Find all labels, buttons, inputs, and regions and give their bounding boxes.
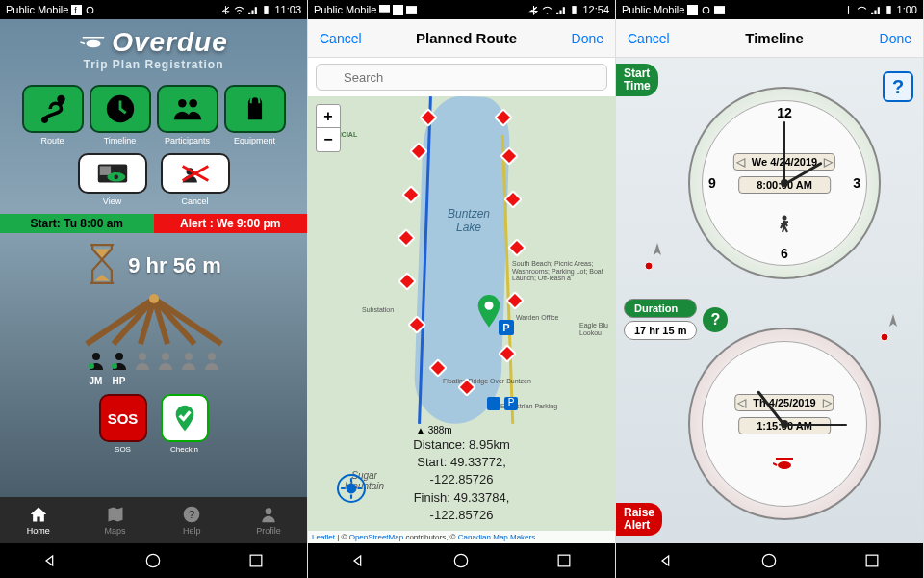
svg-point-44 xyxy=(346,484,357,494)
route-button[interactable] xyxy=(22,85,84,133)
svg-point-39 xyxy=(547,12,549,13)
clock-num: 3 xyxy=(853,175,860,191)
home-key[interactable] xyxy=(143,551,163,570)
poi-text: Warden Office xyxy=(516,314,558,322)
duration-help-button[interactable]: ? xyxy=(703,307,728,332)
recent-key[interactable] xyxy=(554,551,574,570)
svg-point-26 xyxy=(112,363,117,369)
waypoint[interactable] xyxy=(398,272,417,291)
sos-label: SOS xyxy=(115,445,131,454)
waypoint[interactable] xyxy=(397,228,416,248)
app-title: Overdue xyxy=(112,27,228,58)
wifi-icon xyxy=(234,5,244,15)
alert-status: Alert : We 9:00 pm xyxy=(154,214,308,233)
app-logo: Overdue Trip Plan Registration xyxy=(79,27,228,71)
waypoint[interactable] xyxy=(507,238,526,257)
header-title: Timeline xyxy=(745,30,804,46)
back-key[interactable] xyxy=(41,551,61,570)
bottom-nav: Home Maps ?Help Profile xyxy=(0,497,307,543)
zoom-out-button[interactable]: − xyxy=(317,128,340,151)
header-cancel[interactable]: Cancel xyxy=(320,31,362,46)
start-clock[interactable]: 12 3 6 9 ◁We 4/24/2019▷ 8:00:00 AM xyxy=(688,87,881,279)
svg-point-43 xyxy=(485,302,494,310)
poi-text: Floating Bridge Over Buntzen xyxy=(443,378,531,385)
header-done[interactable]: Done xyxy=(572,31,603,46)
soft-keys xyxy=(308,543,615,578)
duration-value[interactable]: 17 hr 15 m xyxy=(624,321,697,340)
start-coords: Start: 49.33772, -122.85726 xyxy=(385,454,539,488)
svg-line-56 xyxy=(773,463,777,465)
back-key[interactable] xyxy=(657,551,677,570)
parking-icon: P xyxy=(504,397,518,410)
home-key[interactable] xyxy=(451,551,471,570)
finish-coords: Finish: 49.33784, -122.85726 xyxy=(385,489,539,524)
map[interactable]: PROVINCIAL PARK Buntzen Lake South Beach… xyxy=(308,96,615,543)
svg-rect-12 xyxy=(99,166,110,175)
timeline-header: Cancel Timeline Done xyxy=(616,19,923,58)
nav-maps[interactable]: Maps xyxy=(77,497,154,543)
svg-point-51 xyxy=(783,216,787,221)
svg-point-9 xyxy=(178,99,187,108)
compass-icon[interactable] xyxy=(877,312,910,349)
helicopter-icon xyxy=(773,454,796,481)
svg-rect-35 xyxy=(250,555,262,566)
helicopter-icon xyxy=(79,34,108,51)
compass-icon[interactable] xyxy=(641,241,674,277)
svg-text:?: ? xyxy=(189,508,195,520)
poi-text: South Beach; Picnic Areas; Washrooms; Pa… xyxy=(512,260,615,282)
status-row: Start: Tu 8:00 am Alert : We 9:00 pm xyxy=(0,214,307,233)
svg-point-2 xyxy=(239,12,241,13)
wifi-icon xyxy=(542,5,552,15)
view-button[interactable] xyxy=(78,153,147,194)
view-label: View xyxy=(103,197,121,206)
help-button[interactable]: ? xyxy=(883,71,913,102)
hourglass-icon xyxy=(86,243,118,289)
route-info: Distance: 8.95km Start: 49.33772, -122.8… xyxy=(385,436,539,524)
screen-route: Public Mobile 12:54 Cancel Planned Route… xyxy=(308,0,616,578)
svg-point-33 xyxy=(266,508,272,514)
nav-profile[interactable]: Profile xyxy=(230,497,307,543)
equipment-button[interactable] xyxy=(224,85,286,133)
header-cancel[interactable]: Cancel xyxy=(628,31,670,46)
nav-help[interactable]: ?Help xyxy=(154,497,231,543)
timeline-button[interactable] xyxy=(90,85,151,133)
svg-point-5 xyxy=(87,40,101,48)
header-title: Planned Route xyxy=(416,30,517,46)
recent-key[interactable] xyxy=(862,551,882,570)
facebook-icon xyxy=(687,5,698,15)
status-bar: Public Mobile 1:00 xyxy=(616,0,923,19)
participants-button[interactable] xyxy=(157,85,218,133)
signal-icon xyxy=(555,5,566,15)
zoom-in-button[interactable]: + xyxy=(317,105,340,128)
distance-label: Distance: 8.95km xyxy=(385,436,539,454)
svg-point-7 xyxy=(40,117,47,123)
location-button[interactable] xyxy=(337,474,366,503)
sync-icon xyxy=(701,5,711,15)
signal-icon xyxy=(247,5,258,15)
svg-rect-47 xyxy=(687,5,698,15)
svg-point-14 xyxy=(114,174,118,179)
header-done[interactable]: Done xyxy=(880,31,911,46)
nav-home[interactable]: Home xyxy=(0,497,77,543)
map-attribution: Leaflet | © OpenStreetMap contributors, … xyxy=(308,531,615,543)
svg-rect-40 xyxy=(573,6,577,14)
svg-rect-38 xyxy=(406,6,417,14)
svg-rect-37 xyxy=(393,5,403,15)
recent-key[interactable] xyxy=(246,551,266,570)
countdown-timer: 9 hr 56 m xyxy=(128,253,221,278)
waypoint[interactable] xyxy=(401,185,421,204)
start-status: Start: Tu 8:00 am xyxy=(0,214,154,233)
alert-clock[interactable]: ◁Th 4/25/2019▷ 1:15:00 AM xyxy=(688,328,881,520)
sync-icon xyxy=(85,5,95,15)
date-selector[interactable]: ◁Th 4/25/2019▷ xyxy=(734,394,834,411)
search-input[interactable] xyxy=(316,64,607,91)
back-key[interactable] xyxy=(349,551,369,570)
facebook-icon: f xyxy=(71,5,82,15)
svg-rect-50 xyxy=(886,6,890,14)
checkin-button[interactable] xyxy=(161,394,209,442)
sos-button[interactable]: SOS xyxy=(99,394,147,442)
battery-icon xyxy=(261,5,271,15)
home-key[interactable] xyxy=(759,551,779,570)
cancel-button[interactable] xyxy=(161,153,230,194)
image-icon xyxy=(714,5,725,15)
